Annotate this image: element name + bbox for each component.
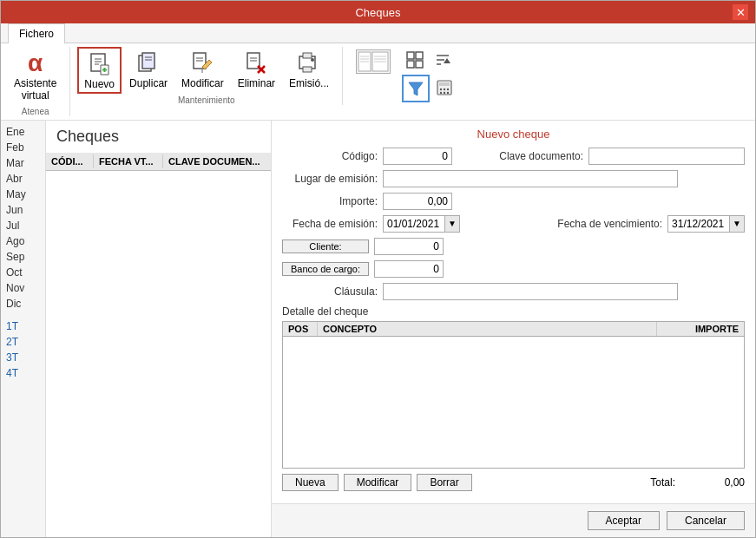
left-panel-title: Cheques [46,121,271,153]
eliminar-button[interactable]: Eliminar [232,47,281,94]
form-title: Nuevo cheque [282,128,745,141]
sidebar-item-abr[interactable]: Abr [1,171,45,187]
title-bar: Cheques ✕ [1,1,755,23]
sidebar-item-jun[interactable]: Jun [1,202,45,218]
clave-documento-input[interactable] [588,148,745,165]
cliente-button[interactable]: Cliente: [282,239,369,253]
svg-rect-8 [142,53,154,69]
clausula-input[interactable] [383,283,678,300]
tab-fichero[interactable]: Fichero [8,23,65,43]
detail-section-title: Detalle del cheque [282,305,745,318]
modificar-label: Modificar [181,77,224,89]
sidebar-item-ago[interactable]: Ago [1,233,45,249]
sidebar-item-feb[interactable]: Feb [1,140,45,155]
fecha-emision-input[interactable] [384,217,444,231]
modificar-detail-button[interactable]: Modificar [344,474,412,491]
row-fechas: Fecha de emisión: ▼ Fecha de vencimiento… [282,215,745,233]
aceptar-button[interactable]: Aceptar [588,511,660,530]
fecha-vencimiento-dropdown[interactable]: ▼ [729,216,744,232]
nuevo-button[interactable]: Nuevo [77,47,122,94]
col-concepto: CONCEPTO [318,322,657,336]
asistente-virtual-button[interactable]: α Asistentevirtual [8,47,62,105]
nueva-button[interactable]: Nueva [282,474,339,491]
lugar-emision-input[interactable] [383,170,678,187]
svg-point-45 [444,89,445,90]
banco-cargo-input[interactable] [374,260,444,278]
group-label-atenea: Atenea [22,107,49,116]
sidebar-item-mar[interactable]: Mar [1,155,45,171]
ribbon-content: α Asistentevirtual Atenea [1,43,755,120]
sort-button[interactable] [430,47,456,73]
eliminar-icon [242,49,270,77]
right-panel: Nuevo cheque Código: Clave documento: Lu… [272,121,755,503]
nuevo-label: Nuevo [84,78,115,90]
fecha-vencimiento-input[interactable] [668,217,729,231]
codigo-input[interactable] [383,148,452,165]
ribbon: Fichero α Asistentevirtual Atenea [1,23,755,121]
svg-point-44 [440,89,442,90]
svg-point-47 [440,92,442,94]
detail-table: POS CONCEPTO IMPORTE [282,321,745,469]
cancelar-button[interactable]: Cancelar [667,511,745,530]
sidebar-item-jul[interactable]: Jul [1,218,45,233]
table-body [46,171,271,537]
banco-cargo-button[interactable]: Banco de cargo: [282,262,369,276]
svg-point-48 [444,92,445,94]
preview-button[interactable] [350,47,397,76]
sidebar-item-oct[interactable]: Oct [1,265,45,280]
sidebar-item-4t[interactable]: 4T [1,365,45,381]
sidebar-item-sep[interactable]: Sep [1,249,45,265]
main-area: Ene Feb Mar Abr May Jun Jul Ago Sep Oct … [1,121,755,537]
emision-button[interactable]: Emisió... [283,47,335,94]
borrar-button[interactable]: Borrar [417,474,471,491]
sidebar-item-dic[interactable]: Dic [1,296,45,312]
emision-icon [295,49,323,77]
row-banco: Banco de cargo: [282,260,745,278]
svg-rect-35 [407,61,414,68]
fecha-emision-picker[interactable]: ▼ [383,215,460,233]
footer-buttons: Aceptar Cancelar [272,503,755,537]
svg-rect-34 [416,52,423,59]
sidebar-item-nov[interactable]: Nov [1,280,45,296]
cliente-input[interactable] [374,238,444,255]
main-window: Cheques ✕ Fichero α Asistentevirtual Ate… [0,0,756,538]
svg-rect-36 [416,61,423,68]
asistente-label: Asistentevirtual [14,77,56,102]
svg-rect-43 [439,82,450,86]
importe-input[interactable] [383,193,452,210]
close-button[interactable]: ✕ [733,4,748,20]
sidebar-item-ene[interactable]: Ene [1,124,45,140]
modificar-button[interactable]: Modificar [175,47,230,94]
filter-button[interactable] [402,75,430,102]
svg-point-46 [447,89,449,90]
left-panel: Cheques CÓDI... FECHA VT... CLAVE DOCUME… [46,121,272,537]
right-container: Nuevo cheque Código: Clave documento: Lu… [272,121,755,537]
row-cliente: Cliente: [282,238,745,255]
fecha-vencimiento-picker[interactable]: ▼ [667,215,745,233]
sidebar-item-3t[interactable]: 3T [1,350,45,365]
calc-button[interactable] [431,75,457,102]
col-pos: POS [283,322,318,336]
ribbon-group-tools [350,47,464,102]
svg-point-24 [311,58,314,62]
sidebar-item-may[interactable]: May [1,187,45,202]
col-fecha: FECHA VT... [94,154,163,168]
sidebar-item-1t[interactable]: 1T [1,318,45,334]
clave-documento-label: Clave documento: [499,150,583,162]
eliminar-label: Eliminar [238,77,275,89]
sidebar-item-2t[interactable]: 2T [1,334,45,350]
fecha-emision-dropdown[interactable]: ▼ [444,216,459,232]
grid-button[interactable] [402,47,428,73]
nuevo-icon [86,50,114,78]
duplicar-button[interactable]: Duplicar [123,47,174,94]
sidebar: Ene Feb Mar Abr May Jun Jul Ago Sep Oct … [1,121,46,537]
window-title: Cheques [23,6,733,19]
detail-header: POS CONCEPTO IMPORTE [283,322,744,337]
ribbon-tabs: Fichero [1,23,755,43]
duplicar-label: Duplicar [129,77,168,89]
row-importe: Importe: [282,193,745,210]
ribbon-group-asistente: α Asistentevirtual Atenea [8,47,70,116]
table-header: CÓDI... FECHA VT... CLAVE DOCUMEN... [46,153,271,171]
group-label-mantenimiento: Mantenimiento [178,95,235,105]
detail-body [283,337,744,468]
